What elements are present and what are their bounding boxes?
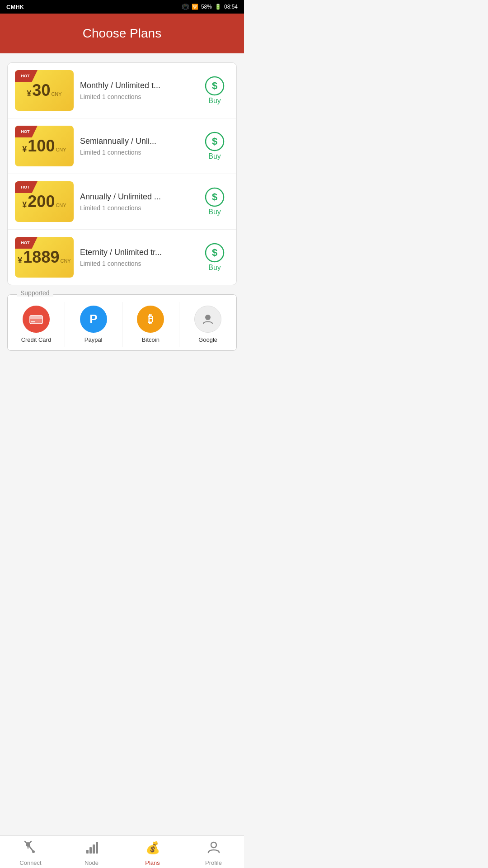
price-text: ¥ 1889 CNY: [18, 249, 70, 265]
buy-button[interactable]: $ Buy: [200, 184, 229, 220]
dollar-icon: $: [205, 243, 225, 263]
plan-row: HOT ¥ 100 CNY Semiannually / Unli... Lim…: [8, 118, 236, 174]
signal-text: 58%: [201, 4, 212, 10]
supported-section: Supported Credit Card P Paypal: [7, 294, 237, 351]
credit-card-icon: [23, 306, 50, 333]
buy-button[interactable]: $ Buy: [200, 239, 229, 275]
price-badge: HOT ¥ 30 CNY: [15, 70, 74, 111]
price-text: ¥ 30 CNY: [27, 82, 61, 99]
bitcoin-icon: ₿: [137, 306, 164, 333]
payment-name: Credit Card: [21, 336, 51, 343]
buy-label: Buy: [208, 208, 221, 216]
payment-name: Paypal: [84, 336, 103, 343]
payment-google[interactable]: Google: [179, 302, 236, 347]
price-badge: HOT ¥ 100 CNY: [15, 126, 74, 166]
plan-connections: Limited 1 connections: [80, 204, 193, 212]
time-text: 08:54: [224, 4, 238, 10]
google-pay-icon: [194, 306, 221, 333]
status-bar: CMHK 📳 🛜 58% 🔋 08:54: [0, 0, 244, 14]
price-text: ¥ 100 CNY: [22, 138, 66, 154]
status-icons: 📳 🛜 58% 🔋 08:54: [182, 4, 238, 10]
vibrate-icon: 📳: [182, 4, 189, 10]
svg-rect-10: [31, 321, 35, 322]
svg-text:$: $: [212, 247, 217, 258]
plan-name: Annually / Unlimited ...: [80, 192, 193, 202]
content-area: HOT ¥ 30 CNY Monthly / Unlimited t... Li…: [0, 53, 244, 432]
plan-info: Semiannually / Unli... Limited 1 connect…: [80, 137, 193, 156]
payment-bitcoin[interactable]: ₿ Bitcoin: [122, 302, 180, 347]
price-badge: HOT ¥ 1889 CNY: [15, 237, 74, 278]
svg-text:P: P: [89, 312, 97, 326]
svg-point-14: [205, 315, 211, 320]
svg-text:$: $: [212, 191, 217, 203]
hot-tag: HOT: [15, 70, 38, 82]
svg-text:$: $: [212, 80, 217, 91]
dollar-icon: $: [205, 76, 225, 96]
page-header: Choose Plans: [0, 14, 244, 53]
battery-icon: 🔋: [215, 4, 221, 10]
svg-text:₿: ₿: [148, 313, 153, 325]
dollar-icon: $: [205, 132, 225, 151]
buy-label: Buy: [208, 97, 221, 105]
plan-info: Annually / Unlimited ... Limited 1 conne…: [80, 192, 193, 212]
plan-info: Monthly / Unlimited t... Limited 1 conne…: [80, 81, 193, 100]
buy-button[interactable]: $ Buy: [200, 72, 229, 108]
plan-row: HOT ¥ 1889 CNY Eternity / Unlimited tr..…: [8, 230, 236, 285]
plan-name: Eternity / Unlimited tr...: [80, 248, 193, 257]
payment-credit[interactable]: Credit Card: [8, 302, 65, 347]
svg-rect-9: [30, 316, 42, 319]
plan-connections: Limited 1 connections: [80, 149, 193, 156]
page-title: Choose Plans: [0, 26, 244, 41]
payment-methods: Credit Card P Paypal ₿ Bitcoin: [8, 302, 236, 347]
plan-name: Monthly / Unlimited t...: [80, 81, 193, 90]
hot-tag: HOT: [15, 181, 38, 193]
payment-name: Bitcoin: [142, 336, 160, 343]
plan-row: HOT ¥ 30 CNY Monthly / Unlimited t... Li…: [8, 63, 236, 118]
dollar-icon: $: [205, 187, 225, 207]
plan-connections: Limited 1 connections: [80, 260, 193, 267]
plan-info: Eternity / Unlimited tr... Limited 1 con…: [80, 248, 193, 267]
hot-tag: HOT: [15, 126, 38, 137]
plans-card: HOT ¥ 30 CNY Monthly / Unlimited t... Li…: [7, 62, 237, 285]
svg-text:$: $: [212, 136, 217, 147]
payment-name: Google: [198, 336, 217, 343]
price-badge: HOT ¥ 200 CNY: [15, 181, 74, 222]
plan-name: Semiannually / Unli...: [80, 137, 193, 146]
wifi-icon: 🛜: [192, 4, 198, 10]
buy-button[interactable]: $ Buy: [200, 128, 229, 164]
buy-label: Buy: [208, 152, 221, 160]
buy-label: Buy: [208, 264, 221, 272]
hot-tag: HOT: [15, 237, 38, 249]
plan-connections: Limited 1 connections: [80, 93, 193, 100]
supported-label: Supported: [17, 289, 53, 297]
carrier-text: CMHK: [6, 4, 24, 10]
paypal-icon: P: [80, 306, 107, 333]
plan-row: HOT ¥ 200 CNY Annually / Unlimited ... L…: [8, 174, 236, 230]
payment-paypal[interactable]: P Paypal: [65, 302, 122, 347]
price-text: ¥ 200 CNY: [22, 193, 66, 210]
